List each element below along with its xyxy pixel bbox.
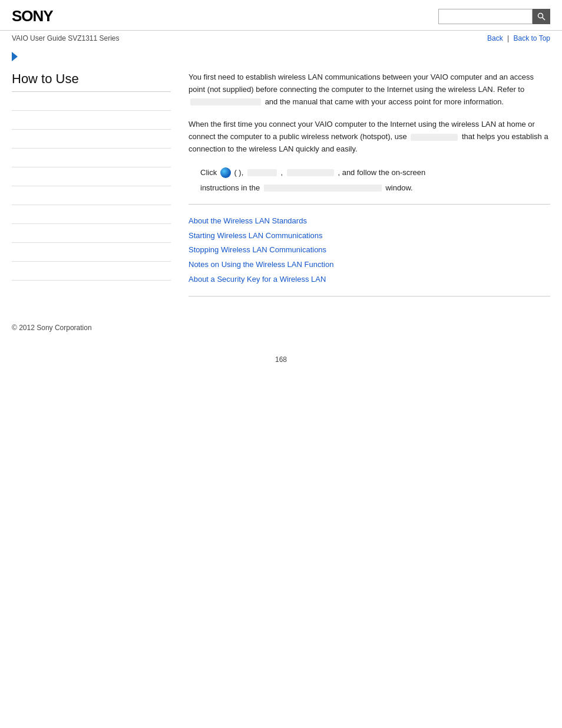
para1-text-2: and the manual that came with your acces… [265, 97, 504, 106]
click-instruction-2: instructions in the window. [200, 182, 550, 195]
click-blank-3 [264, 185, 382, 192]
click-instruction: Click ( ), , , and follow the on-screen [200, 166, 550, 179]
copyright: © 2012 Sony Corporation [0, 318, 562, 338]
related-links: About the Wireless LAN Standards Startin… [189, 214, 550, 286]
back-link[interactable]: Back [487, 34, 503, 42]
content-para-2: When the first time you connect your VAI… [189, 118, 550, 155]
svg-point-0 [538, 13, 543, 18]
sidebar-item-5 [12, 167, 171, 186]
svg-line-1 [543, 17, 546, 20]
click-part5: instructions in the [200, 183, 260, 192]
search-input[interactable] [438, 9, 533, 24]
sidebar: How to Use [12, 65, 183, 306]
sidebar-item-9 [12, 243, 171, 262]
click-label: Click [200, 168, 217, 177]
sidebar-item-6 [12, 186, 171, 205]
sidebar-item-10 [12, 262, 171, 281]
back-to-top-link[interactable]: Back to Top [514, 34, 550, 42]
sidebar-item-8 [12, 224, 171, 243]
para2-blank-1 [411, 134, 458, 141]
search-button[interactable] [533, 9, 550, 24]
sidebar-item-4 [12, 149, 171, 167]
page-number: 168 [0, 355, 562, 364]
search-area [438, 9, 550, 24]
sony-logo: SONY [12, 7, 53, 25]
click-part2: ( ), [234, 168, 243, 177]
para1-blank-1 [190, 98, 261, 106]
globe-icon [220, 167, 231, 178]
guide-title: VAIO User Guide SVZ1311 Series [12, 34, 120, 42]
sidebar-item-2 [12, 111, 171, 130]
click-blank-2 [287, 169, 334, 176]
related-link-1[interactable]: About the Wireless LAN Standards [189, 214, 550, 229]
content-para-1: You first need to establish wireless LAN… [189, 71, 550, 108]
click-part6: window. [385, 183, 412, 192]
click-blank-1 [247, 169, 277, 176]
related-link-2[interactable]: Starting Wireless LAN Communications [189, 229, 550, 243]
chevron-right-icon [12, 52, 18, 61]
click-comma: , [281, 168, 283, 177]
content-divider-2 [189, 296, 550, 297]
related-link-3[interactable]: Stopping Wireless LAN Communications [189, 243, 550, 258]
sidebar-title: How to Use [12, 71, 171, 92]
main-layout: How to Use You first need to establish w… [0, 65, 562, 306]
breadcrumb-area [0, 46, 562, 65]
related-link-5[interactable]: About a Security Key for a Wireless LAN [189, 272, 550, 287]
content-area: You first need to establish wireless LAN… [183, 65, 550, 306]
search-icon [537, 12, 546, 21]
related-link-4[interactable]: Notes on Using the Wireless LAN Function [189, 258, 550, 272]
sidebar-item-1 [12, 92, 171, 111]
para1-text-1: You first need to establish wireless LAN… [189, 73, 534, 94]
content-divider-1 [189, 204, 550, 205]
nav-links: Back | Back to Top [487, 34, 550, 42]
nav-separator: | [507, 34, 509, 42]
sidebar-item-3 [12, 130, 171, 149]
subheader: VAIO User Guide SVZ1311 Series Back | Ba… [0, 31, 562, 46]
page-header: SONY [0, 0, 562, 31]
sidebar-item-7 [12, 205, 171, 224]
click-part4: , and follow the on-screen [338, 168, 425, 177]
